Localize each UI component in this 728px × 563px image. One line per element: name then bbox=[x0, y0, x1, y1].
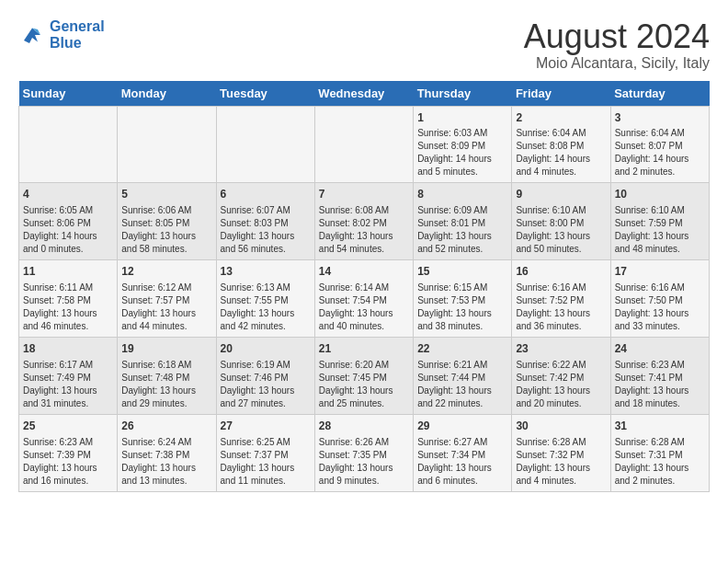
day-info: Sunrise: 6:04 AMSunset: 8:07 PMDaylight:… bbox=[615, 127, 705, 178]
day-number: 9 bbox=[516, 187, 606, 202]
calendar-cell: 23Sunrise: 6:22 AMSunset: 7:42 PMDayligh… bbox=[512, 337, 610, 414]
calendar-cell: 16Sunrise: 6:16 AMSunset: 7:52 PMDayligh… bbox=[512, 260, 610, 338]
column-header-wednesday: Wednesday bbox=[314, 81, 413, 107]
day-info: Sunrise: 6:17 AMSunset: 7:49 PMDaylight:… bbox=[23, 359, 113, 410]
day-info: Sunrise: 6:18 AMSunset: 7:48 PMDaylight:… bbox=[121, 359, 211, 410]
day-number: 10 bbox=[615, 187, 705, 202]
day-info: Sunrise: 6:22 AMSunset: 7:42 PMDaylight:… bbox=[516, 359, 606, 410]
day-info: Sunrise: 6:05 AMSunset: 8:06 PMDaylight:… bbox=[23, 204, 113, 256]
calendar-cell: 10Sunrise: 6:10 AMSunset: 7:59 PMDayligh… bbox=[610, 183, 709, 260]
day-number: 1 bbox=[417, 110, 507, 126]
day-number: 12 bbox=[121, 264, 211, 280]
day-info: Sunrise: 6:16 AMSunset: 7:52 PMDaylight:… bbox=[516, 282, 606, 333]
logo: General Blue bbox=[18, 18, 105, 51]
calendar-cell: 4Sunrise: 6:05 AMSunset: 8:06 PMDaylight… bbox=[19, 183, 118, 260]
header-row: SundayMondayTuesdayWednesdayThursdayFrid… bbox=[19, 81, 710, 107]
day-info: Sunrise: 6:11 AMSunset: 7:58 PMDaylight:… bbox=[23, 282, 113, 333]
column-header-monday: Monday bbox=[118, 81, 216, 107]
column-header-tuesday: Tuesday bbox=[216, 81, 314, 107]
calendar-cell: 12Sunrise: 6:12 AMSunset: 7:57 PMDayligh… bbox=[118, 260, 216, 338]
calendar-cell: 13Sunrise: 6:13 AMSunset: 7:55 PMDayligh… bbox=[216, 260, 314, 338]
calendar-cell: 20Sunrise: 6:19 AMSunset: 7:46 PMDayligh… bbox=[216, 337, 314, 414]
calendar-cell: 29Sunrise: 6:27 AMSunset: 7:34 PMDayligh… bbox=[414, 414, 512, 491]
calendar-cell: 3Sunrise: 6:04 AMSunset: 8:07 PMDaylight… bbox=[610, 106, 709, 183]
location-subtitle: Moio Alcantara, Sicily, Italy bbox=[524, 55, 710, 72]
day-number: 24 bbox=[615, 341, 705, 357]
day-info: Sunrise: 6:10 AMSunset: 7:59 PMDaylight:… bbox=[615, 204, 705, 256]
calendar-cell: 15Sunrise: 6:15 AMSunset: 7:53 PMDayligh… bbox=[414, 260, 512, 338]
calendar-cell: 6Sunrise: 6:07 AMSunset: 8:03 PMDaylight… bbox=[216, 183, 314, 260]
day-number: 17 bbox=[615, 264, 705, 280]
day-info: Sunrise: 6:27 AMSunset: 7:34 PMDaylight:… bbox=[417, 436, 507, 488]
day-number: 26 bbox=[121, 419, 211, 434]
calendar-cell: 21Sunrise: 6:20 AMSunset: 7:45 PMDayligh… bbox=[314, 337, 413, 414]
calendar-cell bbox=[118, 106, 216, 183]
day-number: 20 bbox=[221, 341, 311, 357]
day-number: 18 bbox=[23, 341, 113, 357]
day-number: 16 bbox=[516, 264, 606, 280]
day-number: 11 bbox=[23, 264, 113, 280]
day-info: Sunrise: 6:25 AMSunset: 7:37 PMDaylight:… bbox=[221, 436, 311, 488]
week-row-3: 11Sunrise: 6:11 AMSunset: 7:58 PMDayligh… bbox=[19, 260, 710, 338]
calendar-cell bbox=[314, 106, 413, 183]
calendar-cell: 17Sunrise: 6:16 AMSunset: 7:50 PMDayligh… bbox=[610, 260, 709, 338]
column-header-friday: Friday bbox=[512, 81, 610, 107]
day-info: Sunrise: 6:04 AMSunset: 8:08 PMDaylight:… bbox=[516, 127, 606, 178]
day-info: Sunrise: 6:23 AMSunset: 7:39 PMDaylight:… bbox=[23, 436, 113, 488]
day-number: 5 bbox=[121, 187, 211, 202]
day-info: Sunrise: 6:24 AMSunset: 7:38 PMDaylight:… bbox=[121, 436, 211, 488]
calendar-cell: 19Sunrise: 6:18 AMSunset: 7:48 PMDayligh… bbox=[118, 337, 216, 414]
month-title: August 2024 bbox=[524, 18, 710, 55]
day-number: 2 bbox=[516, 110, 606, 126]
day-number: 14 bbox=[319, 264, 409, 280]
calendar-cell: 31Sunrise: 6:28 AMSunset: 7:31 PMDayligh… bbox=[610, 414, 709, 491]
title-area: August 2024 Moio Alcantara, Sicily, Ital… bbox=[524, 18, 710, 72]
day-number: 8 bbox=[417, 187, 507, 202]
day-number: 21 bbox=[319, 341, 409, 357]
day-number: 6 bbox=[221, 187, 311, 202]
calendar-cell: 18Sunrise: 6:17 AMSunset: 7:49 PMDayligh… bbox=[19, 337, 118, 414]
day-number: 28 bbox=[319, 419, 409, 434]
calendar-cell: 24Sunrise: 6:23 AMSunset: 7:41 PMDayligh… bbox=[610, 337, 709, 414]
day-info: Sunrise: 6:21 AMSunset: 7:44 PMDaylight:… bbox=[417, 359, 507, 410]
calendar-cell: 22Sunrise: 6:21 AMSunset: 7:44 PMDayligh… bbox=[414, 337, 512, 414]
day-info: Sunrise: 6:23 AMSunset: 7:41 PMDaylight:… bbox=[615, 359, 705, 410]
day-number: 19 bbox=[121, 341, 211, 357]
day-number: 13 bbox=[221, 264, 311, 280]
week-row-2: 4Sunrise: 6:05 AMSunset: 8:06 PMDaylight… bbox=[19, 183, 710, 260]
column-header-thursday: Thursday bbox=[414, 81, 512, 107]
day-info: Sunrise: 6:12 AMSunset: 7:57 PMDaylight:… bbox=[121, 282, 211, 333]
calendar-table: SundayMondayTuesdayWednesdayThursdayFrid… bbox=[18, 81, 710, 492]
calendar-cell: 9Sunrise: 6:10 AMSunset: 8:00 PMDaylight… bbox=[512, 183, 610, 260]
day-number: 23 bbox=[516, 341, 606, 357]
calendar-cell: 14Sunrise: 6:14 AMSunset: 7:54 PMDayligh… bbox=[314, 260, 413, 338]
day-info: Sunrise: 6:19 AMSunset: 7:46 PMDaylight:… bbox=[221, 359, 311, 410]
page-header: General Blue August 2024 Moio Alcantara,… bbox=[18, 18, 710, 72]
day-number: 30 bbox=[516, 419, 606, 434]
week-row-5: 25Sunrise: 6:23 AMSunset: 7:39 PMDayligh… bbox=[19, 414, 710, 491]
day-number: 31 bbox=[615, 419, 705, 434]
calendar-cell bbox=[216, 106, 314, 183]
calendar-cell: 25Sunrise: 6:23 AMSunset: 7:39 PMDayligh… bbox=[19, 414, 118, 491]
day-number: 4 bbox=[23, 187, 113, 202]
calendar-cell: 11Sunrise: 6:11 AMSunset: 7:58 PMDayligh… bbox=[19, 260, 118, 338]
logo-icon bbox=[18, 21, 46, 49]
day-number: 22 bbox=[417, 341, 507, 357]
day-info: Sunrise: 6:10 AMSunset: 8:00 PMDaylight:… bbox=[516, 204, 606, 256]
day-info: Sunrise: 6:08 AMSunset: 8:02 PMDaylight:… bbox=[319, 204, 409, 256]
calendar-cell: 5Sunrise: 6:06 AMSunset: 8:05 PMDaylight… bbox=[118, 183, 216, 260]
calendar-cell: 30Sunrise: 6:28 AMSunset: 7:32 PMDayligh… bbox=[512, 414, 610, 491]
calendar-cell: 2Sunrise: 6:04 AMSunset: 8:08 PMDaylight… bbox=[512, 106, 610, 183]
day-number: 25 bbox=[23, 419, 113, 434]
day-info: Sunrise: 6:16 AMSunset: 7:50 PMDaylight:… bbox=[615, 282, 705, 333]
day-info: Sunrise: 6:07 AMSunset: 8:03 PMDaylight:… bbox=[221, 204, 311, 256]
day-info: Sunrise: 6:28 AMSunset: 7:32 PMDaylight:… bbox=[516, 436, 606, 488]
week-row-1: 1Sunrise: 6:03 AMSunset: 8:09 PMDaylight… bbox=[19, 106, 710, 183]
day-info: Sunrise: 6:03 AMSunset: 8:09 PMDaylight:… bbox=[417, 127, 507, 178]
day-number: 29 bbox=[417, 419, 507, 434]
day-info: Sunrise: 6:28 AMSunset: 7:31 PMDaylight:… bbox=[615, 436, 705, 488]
logo-text: General Blue bbox=[50, 18, 105, 51]
calendar-cell: 1Sunrise: 6:03 AMSunset: 8:09 PMDaylight… bbox=[414, 106, 512, 183]
day-number: 27 bbox=[221, 419, 311, 434]
day-number: 15 bbox=[417, 264, 507, 280]
